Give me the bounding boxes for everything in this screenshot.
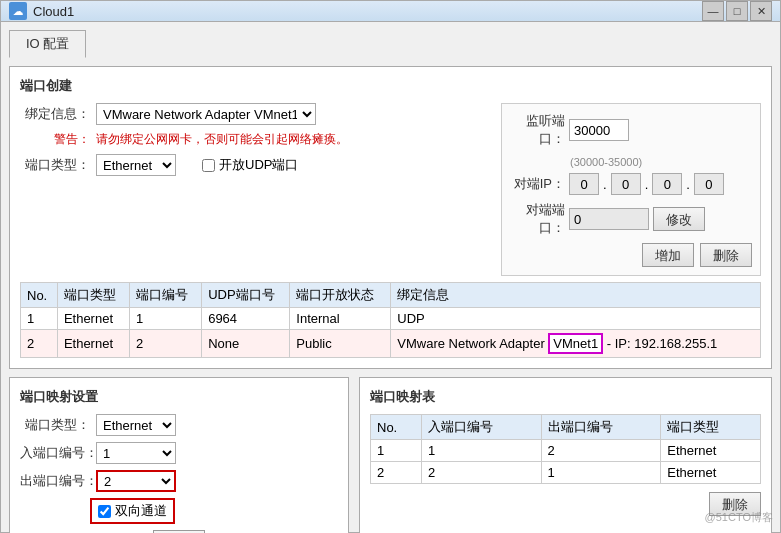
map-col-no: No. xyxy=(371,415,422,440)
table-row-selected[interactable]: 2 Ethernet 2 None Public VMware Network … xyxy=(21,330,761,358)
remote-port-label: 对端端口： xyxy=(510,201,565,237)
top-section: 绑定信息： VMware Network Adapter VMnet1 -- I… xyxy=(20,103,761,276)
port-type-select[interactable]: Ethernet xyxy=(96,154,176,176)
binding-cell: VMware Network Adapter VMnet1 - IP: 192.… xyxy=(397,333,754,354)
map-cell-in: 1 xyxy=(421,440,541,462)
out-port-row: 出端口编号： 2 xyxy=(20,470,338,492)
cell-binding: UDP xyxy=(391,308,761,330)
in-port-select[interactable]: 1 xyxy=(96,442,176,464)
warning-row: 警告： 请勿绑定公网网卡，否则可能会引起网络瘫痪。 xyxy=(20,131,491,148)
listen-port-input[interactable]: 30000 xyxy=(569,119,629,141)
window-controls: — □ ✕ xyxy=(702,1,772,21)
col-binding: 绑定信息 xyxy=(391,283,761,308)
ip-octet-2[interactable] xyxy=(611,173,641,195)
binding-row: 绑定信息： VMware Network Adapter VMnet1 -- I… xyxy=(20,103,491,125)
cell-no: 1 xyxy=(21,308,58,330)
remote-port-row: 对端端口： 修改 xyxy=(510,201,752,237)
cell-udp: None xyxy=(202,330,290,358)
port-form: 绑定信息： VMware Network Adapter VMnet1 -- I… xyxy=(20,103,491,276)
cell-status: Internal xyxy=(290,308,391,330)
titlebar: ☁ Cloud1 — □ ✕ xyxy=(1,1,780,22)
port-creation-panel: 端口创建 绑定信息： VMware Network Adapter VMnet1… xyxy=(9,66,772,369)
bidirectional-text: 双向通道 xyxy=(115,502,167,520)
map-cell-no: 2 xyxy=(371,462,422,484)
col-udp: UDP端口号 xyxy=(202,283,290,308)
col-type: 端口类型 xyxy=(57,283,129,308)
listen-port-row: 监听端口： 30000 xyxy=(510,112,752,148)
cell-port: 2 xyxy=(130,330,202,358)
modify-button[interactable]: 修改 xyxy=(653,207,705,231)
close-button[interactable]: ✕ xyxy=(750,1,772,21)
remote-ip-row: 对端IP： . . . xyxy=(510,173,752,195)
map-port-type-label: 端口类型： xyxy=(20,416,90,434)
bidirectional-row: 双向通道 xyxy=(90,498,338,524)
tab-io-config[interactable]: IO 配置 xyxy=(9,30,86,58)
map-table-row[interactable]: 1 1 2 Ethernet xyxy=(371,440,761,462)
mapping-settings-panel: 端口映射设置 端口类型： Ethernet 入端口编号： 1 出端口编号： xyxy=(9,377,349,533)
map-col-in: 入端口编号 xyxy=(421,415,541,440)
content-area: IO 配置 端口创建 绑定信息： VMware Network Adapter … xyxy=(1,22,780,533)
remote-ip-label: 对端IP： xyxy=(510,175,565,193)
table-row[interactable]: 1 Ethernet 1 6964 Internal UDP xyxy=(21,308,761,330)
minimize-button[interactable]: — xyxy=(702,1,724,21)
map-cell-type: Ethernet xyxy=(661,462,761,484)
in-port-label: 入端口编号： xyxy=(20,444,90,462)
add-port-button[interactable]: 增加 xyxy=(642,243,694,267)
vmnet-highlight: VMnet1 xyxy=(548,333,603,354)
col-portno: 端口编号 xyxy=(130,283,202,308)
out-port-select[interactable]: 2 xyxy=(96,470,176,492)
map-port-type-select[interactable]: Ethernet xyxy=(96,414,176,436)
bottom-section: 端口映射设置 端口类型： Ethernet 入端口编号： 1 出端口编号： xyxy=(9,377,772,533)
listen-port-label: 监听端口： xyxy=(510,112,565,148)
ip-octet-4[interactable] xyxy=(694,173,724,195)
remote-ip-group: . . . xyxy=(569,173,724,195)
port-table: No. 端口类型 端口编号 UDP端口号 端口开放状态 绑定信息 1 Ether… xyxy=(20,282,761,358)
map-cell-out: 1 xyxy=(541,462,661,484)
binding-select[interactable]: VMware Network Adapter VMnet1 -- IP: 192… xyxy=(96,103,316,125)
app-icon: ☁ xyxy=(9,2,27,20)
port-type-row: 端口类型： Ethernet 开放UDP端口 xyxy=(20,154,491,176)
map-table-row[interactable]: 2 2 1 Ethernet xyxy=(371,462,761,484)
warning-text: 请勿绑定公网网卡，否则可能会引起网络瘫痪。 xyxy=(96,131,348,148)
udp-checkbox-text: 开放UDP端口 xyxy=(219,156,298,174)
main-window: ☁ Cloud1 — □ ✕ IO 配置 端口创建 绑定信息： VMware N… xyxy=(0,0,781,533)
map-cell-in: 2 xyxy=(421,462,541,484)
col-status: 端口开放状态 xyxy=(290,283,391,308)
remote-port-input[interactable] xyxy=(569,208,649,230)
map-col-out: 出端口编号 xyxy=(541,415,661,440)
maximize-button[interactable]: □ xyxy=(726,1,748,21)
col-no: No. xyxy=(21,283,58,308)
delete-port-button[interactable]: 删除 xyxy=(700,243,752,267)
watermark: @51CTO博客 xyxy=(705,510,773,525)
map-delete-row: 删除 xyxy=(370,492,761,516)
port-type-label: 端口类型： xyxy=(20,156,90,174)
in-port-row: 入端口编号： 1 xyxy=(20,442,338,464)
tab-bar: IO 配置 xyxy=(9,30,772,58)
cell-port: 1 xyxy=(130,308,202,330)
cell-no: 2 xyxy=(21,330,58,358)
listen-port-hint: (30000-35000) xyxy=(570,156,642,168)
map-cell-type: Ethernet xyxy=(661,440,761,462)
mapping-table-title: 端口映射表 xyxy=(370,388,761,406)
map-cell-out: 2 xyxy=(541,440,661,462)
ip-port-settings: 监听端口： 30000 (30000-35000) 对端IP： . . xyxy=(501,103,761,276)
map-col-type: 端口类型 xyxy=(661,415,761,440)
ip-octet-1[interactable] xyxy=(569,173,599,195)
cell-type: Ethernet xyxy=(57,330,129,358)
out-port-label: 出端口编号： xyxy=(20,472,90,490)
cell-type: Ethernet xyxy=(57,308,129,330)
ip-octet-3[interactable] xyxy=(652,173,682,195)
window-title: Cloud1 xyxy=(33,4,702,19)
add-delete-row: 增加 删除 xyxy=(510,243,752,267)
udp-checkbox-label[interactable]: 开放UDP端口 xyxy=(202,156,298,174)
cell-status: Public xyxy=(290,330,391,358)
bidirectional-label[interactable]: 双向通道 xyxy=(90,498,175,524)
map-port-type-row: 端口类型： Ethernet xyxy=(20,414,338,436)
binding-label: 绑定信息： xyxy=(20,105,90,123)
cell-udp: 6964 xyxy=(202,308,290,330)
map-cell-no: 1 xyxy=(371,440,422,462)
port-creation-title: 端口创建 xyxy=(20,77,761,95)
udp-checkbox[interactable] xyxy=(202,159,215,172)
mapping-settings-title: 端口映射设置 xyxy=(20,388,338,406)
bidirectional-checkbox[interactable] xyxy=(98,505,111,518)
